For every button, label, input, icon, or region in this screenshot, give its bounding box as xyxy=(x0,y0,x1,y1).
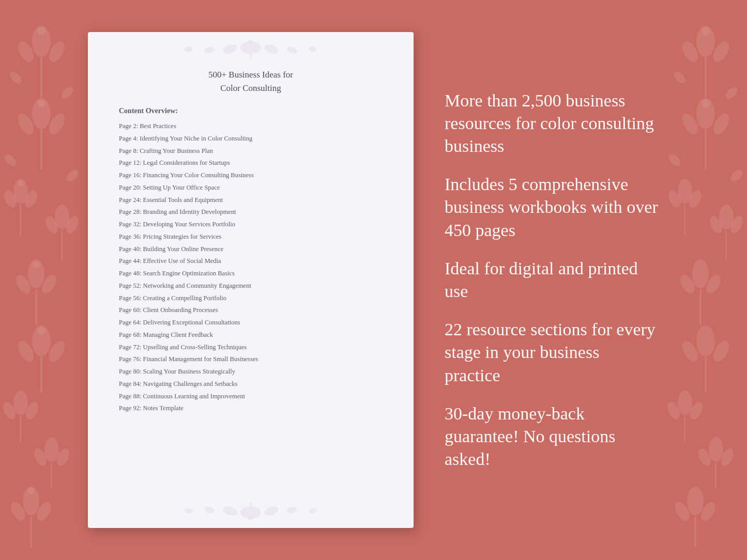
toc-item: Page 16: Financing Your Color Consulting… xyxy=(119,170,383,180)
toc-item: Page 24: Essential Tools and Equipment xyxy=(119,195,383,205)
svg-point-92 xyxy=(204,46,215,55)
toc-item: Page 88: Continuous Learning and Improve… xyxy=(119,392,383,401)
feature-feature2: Includes 5 comprehensive business workbo… xyxy=(445,173,659,242)
toc-item: Page 52: Networking and Community Engage… xyxy=(119,281,383,291)
svg-point-89 xyxy=(222,43,238,56)
toc-item: Page 72: Upselling and Cross-Selling Tec… xyxy=(119,343,383,352)
toc-item: Page 8: Crafting Your Business Plan xyxy=(119,146,383,156)
svg-point-93 xyxy=(286,46,298,55)
toc-item: Page 60: Client Onboarding Processes xyxy=(119,305,383,315)
toc-item: Page 76: Financial Management for Small … xyxy=(119,354,383,364)
toc-item: Page 2: Best Practices xyxy=(119,121,383,131)
doc-border-bottom xyxy=(88,497,414,528)
main-layout: 500+ Business Ideas for Color Consulting… xyxy=(0,0,747,560)
toc-item: Page 28: Branding and Identity Developme… xyxy=(119,207,383,217)
feature-text-panel: More than 2,500 business resources for c… xyxy=(445,89,659,471)
toc-item: Page 48: Search Engine Optimization Basi… xyxy=(119,269,383,278)
svg-point-101 xyxy=(204,506,215,515)
svg-point-104 xyxy=(308,508,317,515)
toc-item: Page 20: Setting Up Your Office Space xyxy=(119,183,383,193)
svg-point-99 xyxy=(263,505,280,518)
feature-feature5: 30-day money-back guarantee! No question… xyxy=(445,402,659,471)
document-title: 500+ Business Ideas for Color Consulting xyxy=(119,68,383,95)
toc-item: Page 32: Developing Your Services Portfo… xyxy=(119,220,383,229)
feature-feature1: More than 2,500 business resources for c… xyxy=(445,89,659,158)
svg-point-103 xyxy=(184,508,193,515)
toc-item: Page 68: Managing Client Feedback xyxy=(119,330,383,340)
toc-item: Page 12: Legal Considerations for Startu… xyxy=(119,158,383,168)
table-of-contents: Page 2: Best PracticesPage 4: Identifyin… xyxy=(119,121,383,413)
toc-item: Page 56: Creating a Compelling Portfolio xyxy=(119,293,383,303)
toc-item: Page 36: Pricing Strategies for Services xyxy=(119,232,383,242)
feature-feature3: Ideal for digital and printed use xyxy=(445,257,659,303)
svg-point-100 xyxy=(248,515,253,520)
toc-item: Page 64: Delivering Exceptional Consulta… xyxy=(119,318,383,328)
svg-point-90 xyxy=(263,43,280,56)
svg-point-91 xyxy=(248,40,253,45)
svg-point-98 xyxy=(222,505,238,518)
svg-point-95 xyxy=(308,46,317,53)
svg-point-102 xyxy=(286,506,298,515)
doc-border-top xyxy=(88,32,414,63)
svg-point-94 xyxy=(184,46,193,53)
toc-item: Page 44: Effective Use of Social Media xyxy=(119,256,383,266)
toc-item: Page 80: Scaling Your Business Strategic… xyxy=(119,367,383,377)
svg-rect-96 xyxy=(250,54,252,59)
toc-item: Page 84: Navigating Challenges and Setba… xyxy=(119,379,383,389)
toc-item: Page 40: Building Your Online Presence xyxy=(119,244,383,254)
feature-feature4: 22 resource sections for every stage in … xyxy=(445,318,659,387)
document-preview: 500+ Business Ideas for Color Consulting… xyxy=(88,32,414,528)
toc-item: Page 4: Identifying Your Niche in Color … xyxy=(119,134,383,144)
toc-item: Page 92: Notes Template xyxy=(119,403,383,413)
document-section-label: Content Overview: xyxy=(119,107,383,115)
svg-rect-105 xyxy=(250,502,252,507)
